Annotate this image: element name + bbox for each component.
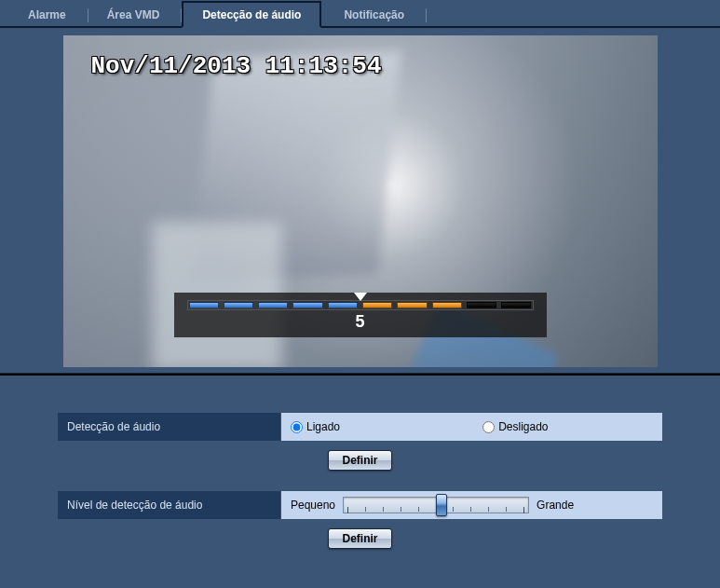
audio-level-meter (187, 300, 534, 310)
level-segment (501, 302, 531, 308)
tab-area-vmd[interactable]: Área VMD (88, 3, 179, 26)
tab-alarme[interactable]: Alarme (9, 3, 85, 26)
level-segment (224, 302, 253, 308)
video-timestamp: Nov/11/2013 11:13:54 (91, 52, 382, 80)
button-row: Definir (58, 528, 662, 549)
tab-label: Alarme (28, 8, 66, 21)
radio-option-off[interactable]: Desligado (482, 420, 548, 433)
row-audio-detection: Detecção de áudio Ligado Desligado (58, 413, 662, 441)
video-container: Nov/11/2013 11:13:54 5 (0, 28, 720, 373)
video-preview: Nov/11/2013 11:13:54 5 (63, 35, 658, 367)
tab-label: Detecção de áudio (202, 8, 301, 21)
slider-wrap: Pequeno Grande (291, 497, 653, 513)
level-pointer-icon (354, 293, 367, 301)
level-segment (362, 302, 392, 308)
audio-level-value: 5 (355, 312, 364, 332)
tab-audio-detection[interactable]: Detecção de áudio (182, 1, 321, 28)
level-segment (467, 302, 496, 308)
radio-option-on[interactable]: Ligado (291, 420, 482, 433)
control-detection-level: Pequeno Grande (281, 491, 662, 519)
row-detection-level: Nível de detecção de áudio Pequeno Grand… (58, 491, 662, 519)
level-segment (189, 302, 219, 308)
tab-bar: Alarme Área VMD Detecção de áudio Notifi… (0, 0, 720, 28)
slider-min-label: Pequeno (291, 499, 335, 512)
button-row: Definir (58, 450, 662, 471)
radio-label: Ligado (306, 420, 340, 433)
tab-label: Notificação (344, 8, 404, 21)
detection-level-slider[interactable] (343, 497, 529, 513)
level-segment (432, 302, 462, 308)
radio-on[interactable] (291, 421, 303, 433)
level-segment (328, 302, 358, 308)
define-button[interactable]: Definir (328, 450, 391, 471)
radio-group-onoff: Ligado Desligado (291, 420, 653, 433)
label-detection-level: Nível de detecção de áudio (58, 491, 281, 519)
define-button[interactable]: Definir (328, 528, 391, 549)
tab-label: Área VMD (107, 8, 160, 21)
settings-form: Detecção de áudio Ligado Desligado Defin… (0, 376, 720, 588)
slider-max-label: Grande (537, 499, 574, 512)
slider-thumb[interactable] (436, 494, 447, 516)
radio-off[interactable] (482, 421, 495, 433)
level-segment (292, 302, 322, 308)
label-audio-detection: Detecção de áudio (58, 413, 281, 441)
tab-notificacao[interactable]: Notificação (325, 3, 423, 26)
audio-level-overlay: 5 (174, 293, 547, 337)
control-audio-detection: Ligado Desligado (281, 413, 662, 441)
level-segment (397, 302, 427, 308)
tab-separator (426, 8, 427, 22)
radio-label: Desligado (498, 420, 548, 433)
level-segment (258, 302, 288, 308)
